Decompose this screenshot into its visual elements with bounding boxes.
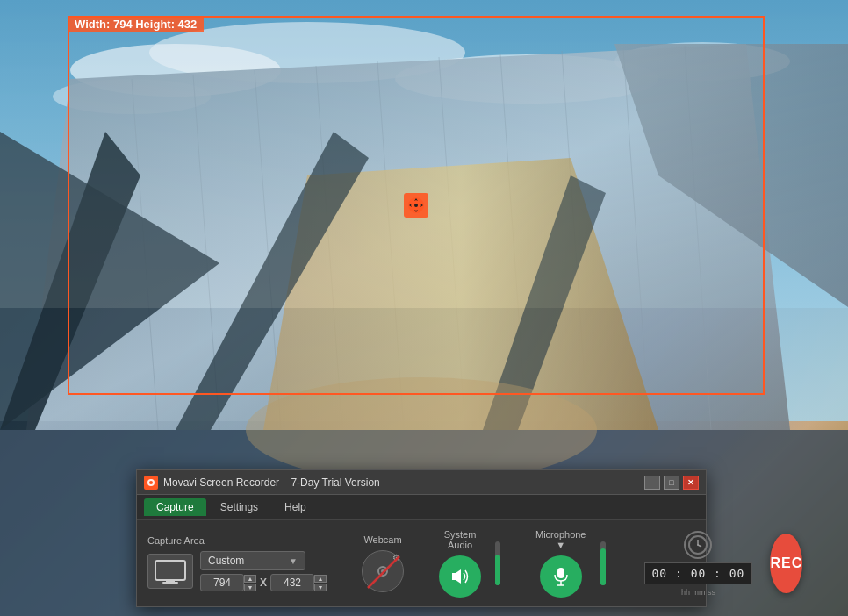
timer-sub-label: hh mm ss — [681, 588, 715, 597]
capture-controls: Custom ▼ ▲ ▼ X — [147, 551, 327, 591]
system-audio-volume-section — [495, 541, 500, 585]
dropdown-arrow-icon: ▼ — [289, 556, 298, 566]
move-icon — [404, 193, 428, 218]
microphone-section: Microphone ▼ — [535, 529, 586, 598]
window-controls: – □ ✕ — [644, 476, 699, 490]
system-audio-section: System Audio — [439, 529, 481, 598]
tab-settings[interactable]: Settings — [208, 498, 270, 516]
app-window: Movavi Screen Recorder – 7-Day Trial Ver… — [136, 469, 707, 607]
dimension-label: Width: 794 Height: 432 — [68, 16, 204, 32]
svg-point-43 — [697, 544, 699, 546]
microphone-volume-slider[interactable] — [600, 541, 606, 585]
menu-bar: Capture Settings Help — [137, 495, 706, 520]
height-decrement[interactable]: ▼ — [314, 584, 327, 591]
screen-capture-button[interactable] — [147, 554, 193, 589]
microphone-icon — [550, 566, 571, 587]
close-button[interactable]: ✕ — [683, 476, 699, 490]
system-audio-label: System Audio — [439, 529, 481, 550]
width-increment[interactable]: ▲ — [244, 575, 256, 583]
rec-button[interactable]: REC — [770, 534, 802, 593]
capture-area-label: Capture Area — [147, 535, 327, 546]
svg-point-26 — [414, 204, 418, 207]
width-input[interactable] — [200, 574, 244, 591]
tab-help[interactable]: Help — [272, 498, 319, 516]
preset-dropdown[interactable]: Custom ▼ — [200, 551, 305, 570]
app-icon — [144, 476, 158, 490]
speaker-icon — [449, 566, 471, 587]
window-title: Movavi Screen Recorder – 7-Day Trial Ver… — [163, 476, 644, 489]
system-audio-volume-slider[interactable] — [495, 541, 500, 585]
title-bar: Movavi Screen Recorder – 7-Day Trial Ver… — [137, 470, 706, 495]
capture-move-handle[interactable] — [402, 191, 430, 219]
width-spinner: ▲ ▼ — [244, 575, 256, 591]
capture-area-section: Capture Area Custom ▼ — [147, 535, 327, 591]
width-input-group: ▲ ▼ — [200, 574, 256, 591]
svg-point-24 — [246, 377, 597, 483]
height-input-group: ▲ ▼ — [270, 574, 327, 591]
microphone-volume-section — [600, 541, 606, 585]
app-content: Capture Area Custom ▼ — [137, 520, 706, 606]
preset-label: Custom — [208, 555, 244, 567]
svg-point-29 — [149, 481, 153, 484]
minimize-button[interactable]: – — [644, 476, 660, 490]
webcam-toggle-button[interactable]: ⚙ — [362, 550, 404, 592]
system-audio-toggle-button[interactable] — [439, 555, 481, 598]
timer-section: 00 : 00 : 00 hh mm ss — [644, 531, 753, 597]
svg-line-35 — [368, 556, 399, 588]
height-spinner: ▲ ▼ — [314, 575, 327, 591]
maximize-button[interactable]: □ — [664, 476, 679, 490]
webcam-label: Webcam — [363, 534, 401, 545]
height-increment[interactable]: ▲ — [314, 575, 327, 583]
height-input[interactable] — [270, 574, 314, 591]
svg-rect-30 — [155, 561, 185, 580]
clock-icon — [684, 531, 712, 559]
timer-display: 00 : 00 : 00 — [644, 562, 753, 584]
svg-marker-36 — [452, 569, 461, 584]
system-audio-slider-fill — [495, 555, 500, 585]
webcam-disabled-overlay — [363, 551, 405, 593]
microphone-label: Microphone ▼ — [535, 529, 586, 550]
dimensions-row: ▲ ▼ X ▲ ▼ — [200, 574, 327, 591]
webcam-section: Webcam ⚙ — [362, 534, 404, 592]
width-decrement[interactable]: ▼ — [244, 584, 256, 591]
rec-label: REC — [770, 555, 802, 571]
dimension-separator: X — [260, 577, 267, 589]
svg-rect-32 — [162, 582, 178, 584]
preset-dropdown-area: Custom ▼ ▲ ▼ X — [200, 551, 327, 591]
svg-rect-37 — [557, 568, 564, 578]
tab-capture[interactable]: Capture — [144, 498, 206, 516]
microphone-slider-fill — [600, 548, 606, 586]
microphone-toggle-button[interactable] — [540, 555, 582, 598]
